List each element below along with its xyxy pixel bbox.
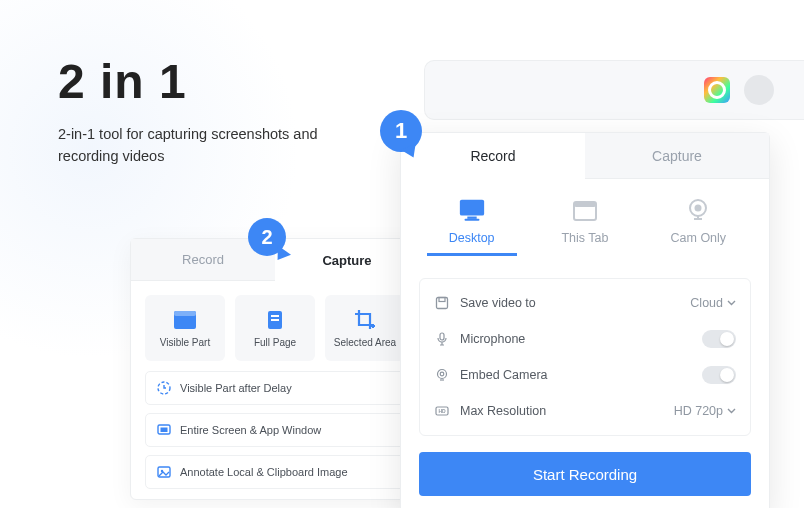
microphone-icon (434, 331, 450, 347)
camera-toggle[interactable] (702, 366, 736, 384)
setting-microphone: Microphone (434, 321, 736, 357)
mode-label: Desktop (449, 231, 495, 245)
tab-record[interactable]: Record (401, 133, 585, 179)
browser-toolbar (424, 60, 804, 120)
svg-rect-3 (271, 315, 279, 317)
capture-visible-part-button[interactable]: Visible Part (145, 295, 225, 361)
screen-icon (156, 422, 172, 438)
save-icon (434, 295, 450, 311)
chevron-down-icon (727, 408, 736, 414)
setting-label: Save video to (460, 296, 536, 310)
record-settings: Save video to Cloud Microphone Embed Cam… (419, 278, 751, 436)
capture-annotate-option[interactable]: Annotate Local & Clipboard Image (145, 455, 405, 489)
numbered-badge-2: 2 (248, 218, 286, 256)
capture-card-row: Visible Part Full Page Selected Area (131, 281, 419, 371)
start-recording-button[interactable]: Start Recording (419, 452, 751, 496)
hero-subtitle: 2-in-1 tool for capturing screenshots an… (58, 123, 358, 168)
svg-rect-11 (467, 217, 476, 219)
window-icon (174, 309, 196, 331)
svg-point-20 (438, 370, 447, 379)
numbered-badge-1: 1 (380, 110, 422, 152)
crop-icon (354, 309, 376, 331)
setting-label: Microphone (460, 332, 525, 346)
hd-icon: HD (434, 403, 450, 419)
capture-screen-option[interactable]: Entire Screen & App Window (145, 413, 405, 447)
record-modes: Desktop This Tab Cam Only (401, 179, 769, 264)
microphone-toggle[interactable] (702, 330, 736, 348)
setting-value[interactable]: Cloud (690, 296, 736, 310)
setting-value[interactable]: HD 720p (674, 404, 736, 418)
capture-card-label: Visible Part (160, 337, 210, 348)
svg-rect-17 (437, 298, 448, 309)
svg-rect-4 (271, 319, 279, 321)
mode-cam-only[interactable]: Cam Only (653, 197, 743, 256)
capture-card-label: Full Page (254, 337, 296, 348)
svg-rect-12 (464, 219, 479, 221)
extension-icon[interactable] (704, 77, 730, 103)
capture-selected-area-button[interactable]: Selected Area (325, 295, 405, 361)
tab-capture[interactable]: Capture (275, 239, 419, 281)
capture-options-list: Visible Part after Delay Entire Screen &… (131, 371, 419, 489)
camera-icon (434, 367, 450, 383)
hero-section: 2 in 1 2-in-1 tool for capturing screens… (58, 54, 358, 168)
capture-option-label: Entire Screen & App Window (180, 424, 321, 436)
svg-rect-1 (174, 311, 196, 316)
svg-text:HD: HD (438, 408, 446, 414)
setting-save-to[interactable]: Save video to Cloud (434, 285, 736, 321)
setting-label: Max Resolution (460, 404, 546, 418)
record-panel: Record Capture Desktop This Tab Cam Only (400, 132, 770, 508)
record-tabs: Record Capture (401, 133, 769, 179)
tab-capture[interactable]: Capture (585, 133, 769, 179)
tab-icon (571, 197, 599, 223)
monitor-icon (458, 197, 486, 223)
page-icon (264, 309, 286, 331)
mode-this-tab[interactable]: This Tab (540, 197, 630, 256)
setting-label: Embed Camera (460, 368, 548, 382)
svg-rect-19 (440, 333, 444, 340)
capture-option-label: Visible Part after Delay (180, 382, 292, 394)
capture-delay-option[interactable]: Visible Part after Delay (145, 371, 405, 405)
capture-full-page-button[interactable]: Full Page (235, 295, 315, 361)
svg-point-21 (440, 372, 444, 376)
svg-rect-7 (161, 428, 168, 433)
mode-label: Cam Only (671, 231, 727, 245)
svg-rect-10 (460, 200, 484, 216)
mode-desktop[interactable]: Desktop (427, 197, 517, 256)
capture-card-label: Selected Area (334, 337, 396, 348)
svg-rect-14 (574, 202, 596, 207)
capture-panel: Record Capture Visible Part Full Page (130, 238, 420, 500)
image-icon (156, 464, 172, 480)
mode-label: This Tab (561, 231, 608, 245)
chevron-down-icon (727, 300, 736, 306)
profile-avatar[interactable] (744, 75, 774, 105)
clock-icon (156, 380, 172, 396)
webcam-icon (684, 197, 712, 223)
setting-embed-camera: Embed Camera (434, 357, 736, 393)
svg-point-16 (695, 205, 702, 212)
capture-option-label: Annotate Local & Clipboard Image (180, 466, 348, 478)
setting-resolution[interactable]: HD Max Resolution HD 720p (434, 393, 736, 429)
hero-title: 2 in 1 (58, 54, 358, 109)
